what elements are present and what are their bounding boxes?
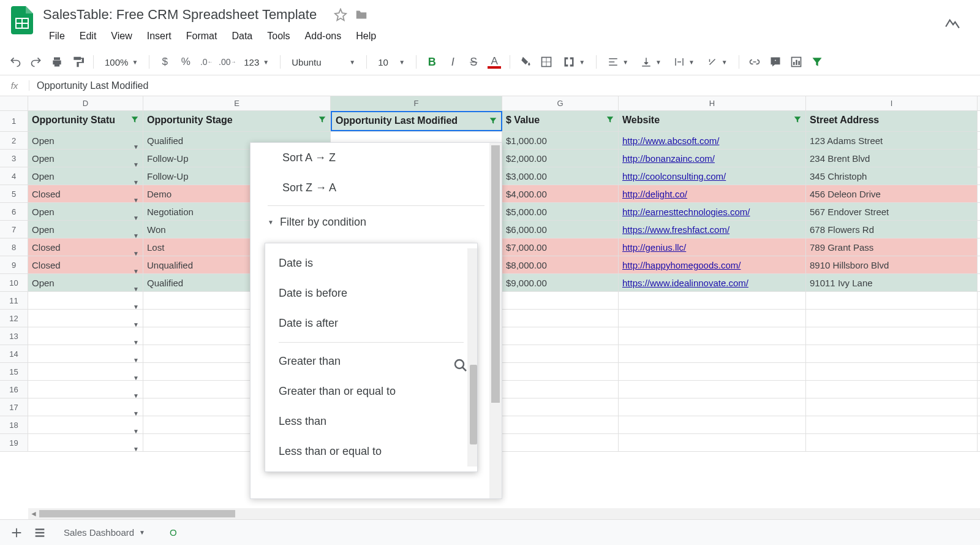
cell-address[interactable]: 91011 Ivy Lane [806,274,978,291]
cell-website[interactable]: http://genius.llc/ [619,238,806,256]
cell-value[interactable]: $7,000.00 [502,238,619,256]
row-header[interactable]: 18 [0,416,28,433]
row-header[interactable]: 13 [0,327,28,345]
cell[interactable] [619,434,806,451]
cell[interactable] [502,310,619,327]
cell[interactable] [619,363,806,380]
cell-value[interactable]: $2,000.00 [502,150,619,167]
cell[interactable] [502,381,619,398]
cell[interactable] [806,363,978,380]
header-last-modified[interactable]: Opportunity Last Modified [331,111,502,131]
comment-button[interactable] [766,53,785,71]
dropdown-arrow-icon[interactable]: ▼ [133,173,139,185]
header-website[interactable]: Website [619,111,806,131]
cell[interactable] [502,416,619,433]
borders-button[interactable] [537,53,556,71]
dropdown-arrow-icon[interactable]: ▼ [133,440,139,451]
row-header[interactable]: 14 [0,345,28,362]
cell-address[interactable]: 234 Brent Blvd [806,150,978,167]
star-icon[interactable] [334,8,347,21]
row-header[interactable]: 11 [0,292,28,309]
text-color-button[interactable]: A [485,53,503,71]
folder-icon[interactable] [355,8,368,21]
cell[interactable] [806,381,978,398]
dropdown-arrow-icon[interactable]: ▼ [133,262,139,273]
condition-option[interactable]: Date is before [265,278,477,308]
bold-button[interactable]: B [423,53,441,71]
currency-button[interactable]: $ [156,53,174,71]
header-status[interactable]: Opportunity Statu [28,111,143,131]
cell-status[interactable]: Open▼ [28,132,143,149]
merge-button[interactable]: ▼ [558,53,590,71]
cell[interactable] [502,398,619,416]
paint-format-button[interactable] [69,53,87,71]
cell-status[interactable]: Closed▼ [28,256,143,273]
horizontal-scrollbar[interactable]: ◄ [28,508,980,519]
panel-scrollbar[interactable] [489,143,502,498]
cell-value[interactable]: $6,000.00 [502,221,619,238]
header-value[interactable]: $ Value [502,111,619,131]
font-size-select[interactable]: 10▼ [373,55,410,70]
cell-status[interactable]: Open▼ [28,167,143,185]
cell[interactable] [502,363,619,380]
cell-address[interactable]: 8910 Hillsboro Blvd [806,256,978,273]
header-stage[interactable]: Opportunity Stage [143,111,331,131]
row-header[interactable]: 5 [0,185,28,202]
menu-file[interactable]: File [43,27,71,45]
cell[interactable] [806,416,978,433]
cell[interactable] [502,292,619,309]
cell-value[interactable]: $9,000.00 [502,274,619,291]
decrease-decimal-button[interactable]: .0← [197,53,216,71]
rotate-button[interactable]: ▼ [702,54,733,70]
cell[interactable] [619,345,806,362]
row-header[interactable]: 4 [0,167,28,185]
fill-color-button[interactable] [516,53,535,71]
cell-value[interactable]: $4,000.00 [502,185,619,202]
filter-by-condition[interactable]: ▼Filter by condition [251,208,502,236]
cell-website[interactable]: http://coolconsulting.com/ [619,167,806,185]
cell[interactable] [619,381,806,398]
dropdown-arrow-icon[interactable]: ▼ [133,191,139,202]
dropdown-arrow-icon[interactable]: ▼ [133,209,139,220]
col-header-g[interactable]: G [502,96,619,110]
dropdown-arrow-icon[interactable]: ▼ [133,369,139,380]
cell-website[interactable]: http://bonanzainc.com/ [619,150,806,167]
valign-button[interactable]: ▼ [636,54,666,70]
condition-option[interactable]: Date is after [265,308,477,338]
dropdown-arrow-icon[interactable]: ▼ [133,351,139,362]
filter-button[interactable] [808,53,826,71]
menu-tools[interactable]: Tools [261,27,296,45]
cell[interactable] [806,327,978,345]
search-icon[interactable] [453,358,468,373]
dropdown-arrow-icon[interactable]: ▼ [133,245,139,256]
menu-help[interactable]: Help [350,27,382,45]
col-header-h[interactable]: H [619,96,806,110]
filter-icon[interactable] [489,116,497,125]
cell[interactable] [502,434,619,451]
row-header[interactable]: 17 [0,398,28,416]
cell[interactable] [502,327,619,345]
strikethrough-button[interactable]: S [464,53,483,71]
cell[interactable]: ▼ [28,327,143,345]
condition-option[interactable]: Less than [265,406,477,436]
cell-value[interactable]: $3,000.00 [502,167,619,185]
cell[interactable]: ▼ [28,434,143,451]
cell-status[interactable]: Open▼ [28,203,143,220]
col-header-i[interactable]: I [806,96,978,110]
halign-button[interactable]: ▼ [603,54,633,70]
row-header[interactable]: 19 [0,434,28,451]
row-header[interactable]: 1 [0,111,28,131]
sort-az[interactable]: Sort A → Z [251,143,502,173]
wrap-button[interactable]: ▼ [669,54,699,70]
cell-address[interactable]: 789 Grant Pass [806,238,978,256]
cell[interactable]: ▼ [28,398,143,416]
menu-data[interactable]: Data [225,27,258,45]
cell-status[interactable]: Closed▼ [28,238,143,256]
zoom-select[interactable]: 100%▼ [100,55,143,70]
col-header-f[interactable]: F [331,96,502,110]
cell[interactable] [619,398,806,416]
row-header[interactable]: 16 [0,381,28,398]
row-header[interactable]: 6 [0,203,28,220]
row-header[interactable]: 3 [0,150,28,167]
dropdown-arrow-icon[interactable]: ▼ [133,156,139,167]
